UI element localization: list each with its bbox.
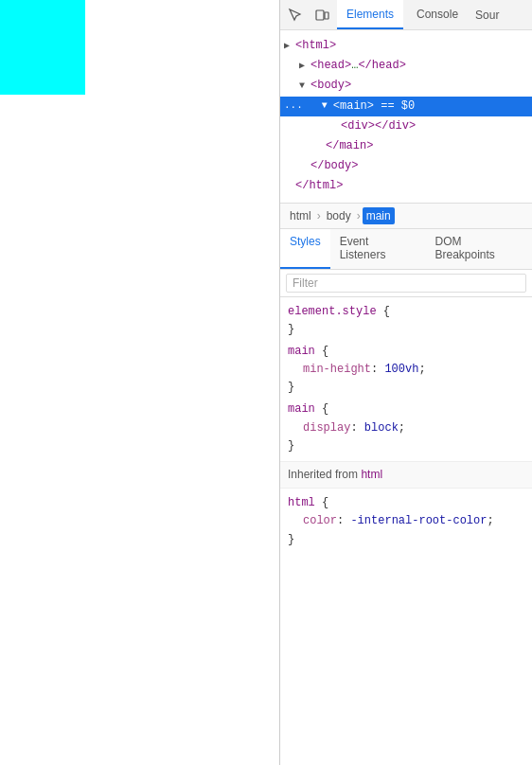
style-rule-main-minheight: main { min-height: 100vh; } [280, 341, 532, 400]
sub-tab-event-listeners[interactable]: Event Listeners [330, 229, 426, 269]
tree-line-html-close[interactable]: </html> [280, 176, 532, 196]
style-rule-element: element.style { } [280, 301, 532, 341]
cyan-box [0, 0, 85, 95]
expand-html-close [284, 179, 295, 194]
styles-area: element.style { } main { min-height: 100… [280, 297, 532, 766]
expand-body[interactable]: ▼ [299, 79, 310, 94]
tree-line-main[interactable]: ... ▼ <main> == $0 [280, 97, 532, 116]
expand-body-close [299, 159, 310, 174]
inherited-from-header: Inherited from html [280, 461, 532, 489]
sub-tab-styles[interactable]: Styles [280, 229, 330, 269]
tree-line-main-close[interactable]: </main> [280, 136, 532, 156]
sub-tabs: Styles Event Listeners DOM Breakpoints [280, 229, 532, 270]
tree-line-head[interactable]: ▶ <head>…</head> [280, 56, 532, 76]
style-rule-main-display: main { display: block; } [280, 399, 532, 457]
filter-input[interactable] [286, 274, 526, 293]
breadcrumb-body[interactable]: body [323, 207, 355, 224]
devtools-top-tabs: Elements Console Sour [280, 0, 532, 30]
svg-rect-0 [316, 10, 324, 20]
expand-main-close [314, 139, 326, 154]
devtools-panel: Elements Console Sour ▶ <html> ▶ <head>…… [279, 0, 532, 765]
expand-div [329, 118, 341, 133]
tab-sources-partial[interactable]: Sour [471, 3, 503, 27]
svg-rect-1 [325, 12, 328, 19]
inspect-icon[interactable] [284, 4, 307, 27]
elements-panel: ▶ <html> ▶ <head>…</head> ▼ <body> ... ▼… [280, 30, 532, 765]
breadcrumb: html › body › main [280, 204, 532, 229]
breadcrumb-main[interactable]: main [363, 207, 395, 224]
html-tree: ▶ <html> ▶ <head>…</head> ▼ <body> ... ▼… [280, 30, 532, 204]
tab-console[interactable]: Console [407, 0, 468, 29]
expand-head[interactable]: ▶ [299, 59, 310, 74]
style-rule-html-color: html { color: -internal-root-color; } [280, 492, 532, 551]
tree-line-body-close[interactable]: </body> [280, 156, 532, 176]
device-icon[interactable] [310, 4, 333, 27]
expand-html[interactable]: ▶ [284, 39, 295, 54]
breadcrumb-html[interactable]: html [286, 207, 315, 224]
tree-line-html[interactable]: ▶ <html> [280, 36, 532, 56]
page-preview [0, 0, 279, 765]
sub-tab-dom-breakpoints[interactable]: DOM Breakpoints [425, 229, 532, 269]
expand-main[interactable]: ▼ [322, 98, 333, 114]
filter-bar [280, 270, 532, 297]
tree-line-div[interactable]: <div></div> [280, 116, 532, 136]
tree-line-body[interactable]: ▼ <body> [280, 76, 532, 96]
tab-elements[interactable]: Elements [337, 0, 403, 29]
